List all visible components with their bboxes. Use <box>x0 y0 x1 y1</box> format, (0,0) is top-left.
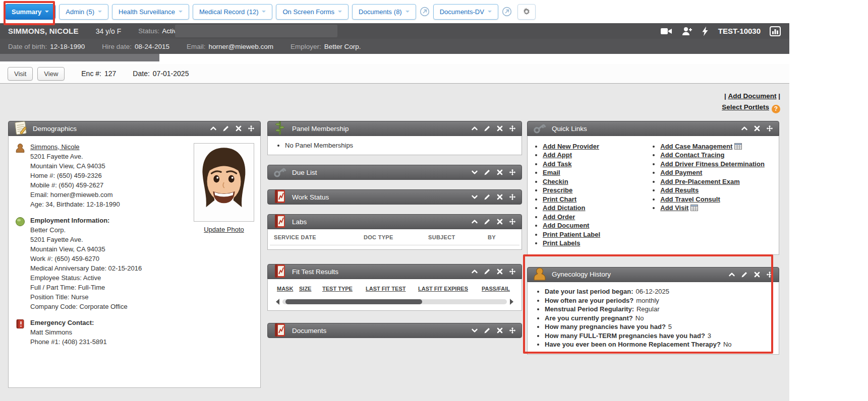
update-photo-link[interactable]: Update Photo <box>204 226 244 233</box>
quick-link-prescribe[interactable]: Prescribe <box>543 186 572 194</box>
chevron-down-icon[interactable] <box>471 327 478 334</box>
tab-settings-button[interactable] <box>517 4 536 20</box>
quick-link-add-new-provider[interactable]: Add New Provider <box>543 143 599 150</box>
move-icon[interactable] <box>509 125 516 132</box>
chevron-up-icon[interactable] <box>471 125 478 132</box>
portlet-title: Gynecology History <box>552 271 611 278</box>
chevron-up-icon[interactable] <box>741 125 748 132</box>
bolt-icon[interactable] <box>702 26 709 36</box>
chevron-down-icon[interactable] <box>471 193 478 201</box>
help-icon[interactable]: ? <box>772 105 780 113</box>
quick-link-add-driver-fitness[interactable]: Add Driver Fitness Determination <box>660 160 765 168</box>
move-icon[interactable] <box>509 327 516 334</box>
external-link-icon[interactable] <box>420 7 430 17</box>
close-icon[interactable] <box>235 125 242 132</box>
list-item: Add Payment <box>660 169 765 176</box>
quick-link-add-results[interactable]: Add Results <box>660 186 699 194</box>
tab-summary[interactable]: Summary <box>5 4 55 20</box>
add-document-link[interactable]: Add Document <box>728 92 776 100</box>
quick-link-print-chart[interactable]: Print Chart <box>543 195 576 203</box>
move-icon[interactable] <box>766 125 773 132</box>
chevron-up-icon[interactable] <box>471 268 478 275</box>
chevron-up-icon[interactable] <box>471 218 478 225</box>
pencil-icon[interactable] <box>484 169 491 176</box>
column-header-link[interactable]: PASS/FAIL <box>482 286 510 292</box>
quick-link-add-document[interactable]: Add Document <box>543 222 589 229</box>
tab-health-surveillance[interactable]: Health Surveillance <box>112 4 189 20</box>
select-portlets-link[interactable]: Select Portlets <box>722 103 769 111</box>
move-icon[interactable] <box>509 193 516 201</box>
visit-button[interactable]: Visit <box>8 67 33 81</box>
scroll-right-arrow[interactable] <box>510 299 513 305</box>
red-chart-icon <box>272 322 288 338</box>
quick-link-add-order[interactable]: Add Order <box>543 213 575 221</box>
scroll-thumb[interactable] <box>285 299 422 304</box>
pencil-icon[interactable] <box>484 125 491 132</box>
quick-link-checkin[interactable]: Checkin <box>543 178 568 185</box>
column-header-link[interactable]: MASK <box>277 286 299 292</box>
tab-medical-record[interactable]: Medical Record(12) <box>193 4 272 20</box>
tab-admin[interactable]: Admin(5) <box>59 4 108 20</box>
scroll-track[interactable] <box>282 299 507 304</box>
pencil-icon[interactable] <box>484 218 491 225</box>
pencil-icon[interactable] <box>484 268 491 275</box>
chevron-up-icon[interactable] <box>210 125 217 132</box>
stats-icon[interactable] <box>769 26 781 36</box>
pencil-icon[interactable] <box>741 271 748 278</box>
close-icon[interactable] <box>496 218 503 225</box>
quick-link-add-payment[interactable]: Add Payment <box>660 169 702 176</box>
quick-link-add-case-management[interactable]: Add Case Management <box>660 143 732 150</box>
video-camera-icon[interactable] <box>660 26 672 36</box>
scroll-left-arrow[interactable] <box>276 299 279 305</box>
tab-on-screen-forms[interactable]: On Screen Forms <box>276 4 349 20</box>
view-button[interactable]: View <box>37 67 65 81</box>
patient-name-link[interactable]: Simmons, Nicole <box>30 143 80 151</box>
webchart-app: Summary Admin(5) Health Surveillance Med… <box>0 0 868 401</box>
close-icon[interactable] <box>496 327 503 334</box>
pencil-icon[interactable] <box>222 125 229 132</box>
tab-documents-dv[interactable]: Documents-DV <box>433 4 498 20</box>
move-icon[interactable] <box>248 125 255 132</box>
close-icon[interactable] <box>754 125 761 132</box>
grid-icon[interactable] <box>690 205 698 211</box>
quick-link-add-travel-consult[interactable]: Add Travel Consult <box>660 195 720 203</box>
quick-link-add-task[interactable]: Add Task <box>543 160 572 168</box>
external-link-icon[interactable] <box>502 7 512 17</box>
close-icon[interactable] <box>496 169 503 176</box>
tab-documents[interactable]: Documents(8) <box>352 4 416 20</box>
quick-link-add-pre-placement-exam[interactable]: Add Pre-Placement Exam <box>660 178 740 185</box>
quick-link-add-contact-tracing[interactable]: Add Contact Tracing <box>660 151 724 159</box>
hire-date-label: Hire date: <box>102 43 132 50</box>
list-item: Add Case Management <box>660 143 765 150</box>
close-icon[interactable] <box>754 271 761 278</box>
close-icon[interactable] <box>496 193 503 201</box>
pencil-icon[interactable] <box>484 193 491 201</box>
quick-link-print-labels[interactable]: Print Labels <box>543 239 580 247</box>
portlet-due-list: Due List <box>267 165 522 180</box>
column-header-link[interactable]: TEST TYPE <box>322 286 366 292</box>
chevron-down-icon[interactable] <box>471 169 478 176</box>
chevron-up-icon[interactable] <box>728 271 735 278</box>
tab-label: Summary <box>12 8 41 16</box>
column-header-link[interactable]: LAST FIT EXPIRES <box>418 286 482 292</box>
move-icon[interactable] <box>766 271 773 278</box>
close-icon[interactable] <box>496 125 503 132</box>
column-header-link[interactable]: SIZE <box>299 286 322 292</box>
column-header-link[interactable]: LAST FIT TEST <box>366 286 418 292</box>
close-icon[interactable] <box>496 268 503 275</box>
header-scrollbar[interactable] <box>0 54 159 61</box>
portlet-header: Due List <box>267 165 522 180</box>
quick-link-email[interactable]: Email <box>543 169 560 176</box>
move-icon[interactable] <box>509 218 516 225</box>
grid-icon[interactable] <box>734 143 742 150</box>
email-value: horner@mieweb.com <box>208 43 273 50</box>
move-icon[interactable] <box>509 268 516 275</box>
quick-link-add-appt[interactable]: Add Appt <box>543 151 572 159</box>
work-phone: Work #: (650) 459-6270 <box>30 254 142 263</box>
move-icon[interactable] <box>509 169 516 176</box>
quick-link-print-patient-label[interactable]: Print Patient Label <box>543 231 600 238</box>
quick-link-add-visit[interactable]: Add Visit <box>660 204 688 212</box>
pencil-icon[interactable] <box>484 327 491 334</box>
add-person-icon[interactable] <box>681 26 693 36</box>
quick-link-add-dictation[interactable]: Add Dictation <box>543 204 586 212</box>
